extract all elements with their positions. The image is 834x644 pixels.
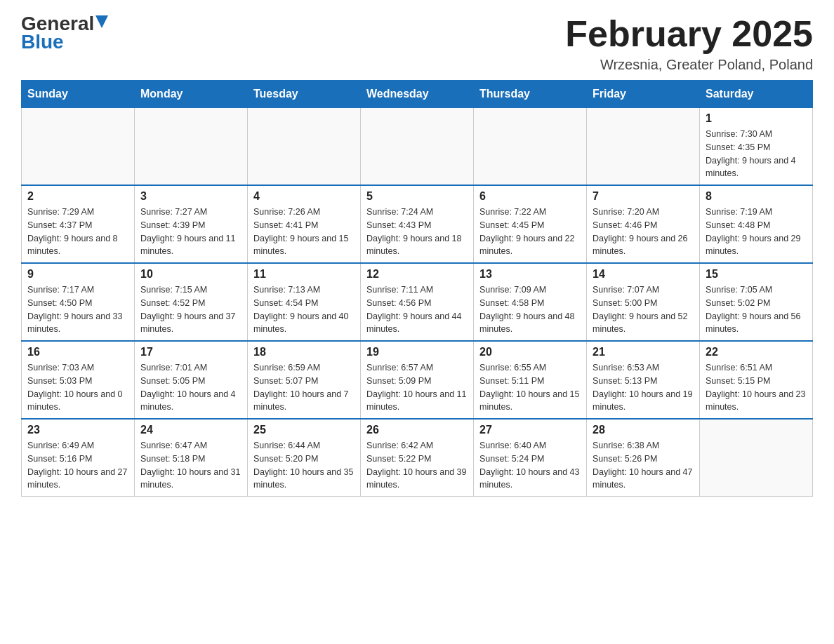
day-info: Sunrise: 7:19 AM Sunset: 4:48 PM Dayligh… — [706, 206, 807, 258]
calendar-cell: 21Sunrise: 6:53 AM Sunset: 5:13 PM Dayli… — [587, 341, 700, 419]
day-info: Sunrise: 7:17 AM Sunset: 4:50 PM Dayligh… — [27, 283, 128, 336]
day-number: 18 — [253, 346, 355, 358]
day-number: 22 — [706, 346, 807, 358]
calendar-cell: 3Sunrise: 7:27 AM Sunset: 4:39 PM Daylig… — [135, 185, 248, 263]
day-number: 23 — [27, 424, 128, 436]
col-saturday: Saturday — [700, 81, 813, 108]
day-info: Sunrise: 7:30 AM Sunset: 4:35 PM Dayligh… — [706, 128, 807, 180]
day-number: 14 — [593, 268, 694, 281]
calendar-cell: 5Sunrise: 7:24 AM Sunset: 4:43 PM Daylig… — [361, 185, 474, 263]
day-info: Sunrise: 7:24 AM Sunset: 4:43 PM Dayligh… — [366, 206, 468, 258]
day-number: 25 — [253, 424, 355, 436]
calendar-cell: 4Sunrise: 7:26 AM Sunset: 4:41 PM Daylig… — [248, 185, 361, 263]
day-info: Sunrise: 6:53 AM Sunset: 5:13 PM Dayligh… — [593, 361, 694, 414]
calendar-cell: 19Sunrise: 6:57 AM Sunset: 5:09 PM Dayli… — [361, 341, 474, 419]
calendar-cell: 23Sunrise: 6:49 AM Sunset: 5:16 PM Dayli… — [22, 419, 135, 497]
day-info: Sunrise: 6:49 AM Sunset: 5:16 PM Dayligh… — [27, 439, 128, 492]
day-info: Sunrise: 6:59 AM Sunset: 5:07 PM Dayligh… — [253, 361, 355, 414]
day-number: 5 — [366, 190, 468, 203]
day-info: Sunrise: 7:07 AM Sunset: 5:00 PM Dayligh… — [593, 283, 694, 336]
calendar-cell: 27Sunrise: 6:40 AM Sunset: 5:24 PM Dayli… — [474, 419, 587, 497]
calendar-cell: 14Sunrise: 7:07 AM Sunset: 5:00 PM Dayli… — [587, 263, 700, 341]
day-info: Sunrise: 6:42 AM Sunset: 5:22 PM Dayligh… — [366, 439, 468, 492]
calendar-cell: 11Sunrise: 7:13 AM Sunset: 4:54 PM Dayli… — [248, 263, 361, 341]
day-info: Sunrise: 6:40 AM Sunset: 5:24 PM Dayligh… — [479, 439, 581, 492]
day-info: Sunrise: 6:44 AM Sunset: 5:20 PM Dayligh… — [253, 439, 355, 492]
day-number: 4 — [253, 190, 355, 203]
calendar-cell — [248, 108, 361, 186]
day-number: 28 — [593, 424, 694, 436]
calendar-cell: 9Sunrise: 7:17 AM Sunset: 4:50 PM Daylig… — [22, 263, 135, 341]
day-info: Sunrise: 6:55 AM Sunset: 5:11 PM Dayligh… — [479, 361, 581, 414]
calendar-cell — [587, 108, 700, 186]
calendar-cell: 15Sunrise: 7:05 AM Sunset: 5:02 PM Dayli… — [700, 263, 813, 341]
day-number: 20 — [479, 346, 581, 358]
calendar-cell: 10Sunrise: 7:15 AM Sunset: 4:52 PM Dayli… — [135, 263, 248, 341]
day-number: 10 — [140, 268, 241, 281]
day-number: 13 — [479, 268, 581, 281]
logo-blue: Blue — [21, 31, 64, 53]
calendar-cell: 1Sunrise: 7:30 AM Sunset: 4:35 PM Daylig… — [700, 108, 813, 186]
day-number: 17 — [140, 346, 241, 358]
logo-arrow-icon — [95, 15, 108, 28]
calendar-week-row: 16Sunrise: 7:03 AM Sunset: 5:03 PM Dayli… — [22, 341, 813, 419]
calendar-cell: 20Sunrise: 6:55 AM Sunset: 5:11 PM Dayli… — [474, 341, 587, 419]
day-number: 6 — [479, 190, 581, 203]
calendar-cell: 12Sunrise: 7:11 AM Sunset: 4:56 PM Dayli… — [361, 263, 474, 341]
day-number: 3 — [140, 190, 241, 203]
day-number: 11 — [253, 268, 355, 281]
calendar-cell: 18Sunrise: 6:59 AM Sunset: 5:07 PM Dayli… — [248, 341, 361, 419]
day-info: Sunrise: 6:38 AM Sunset: 5:26 PM Dayligh… — [593, 439, 694, 492]
calendar-week-row: 23Sunrise: 6:49 AM Sunset: 5:16 PM Dayli… — [22, 419, 813, 497]
calendar-cell — [135, 108, 248, 186]
day-info: Sunrise: 7:26 AM Sunset: 4:41 PM Dayligh… — [253, 206, 355, 258]
calendar-header-row: Sunday Monday Tuesday Wednesday Thursday… — [22, 81, 813, 108]
calendar-cell: 2Sunrise: 7:29 AM Sunset: 4:37 PM Daylig… — [22, 185, 135, 263]
page-header: General Blue February 2025 Wrzesnia, Gre… — [21, 14, 813, 73]
calendar-cell: 25Sunrise: 6:44 AM Sunset: 5:20 PM Dayli… — [248, 419, 361, 497]
title-block: February 2025 Wrzesnia, Greater Poland, … — [565, 14, 813, 73]
day-info: Sunrise: 7:09 AM Sunset: 4:58 PM Dayligh… — [479, 283, 581, 336]
calendar-cell: 22Sunrise: 6:51 AM Sunset: 5:15 PM Dayli… — [700, 341, 813, 419]
day-number: 2 — [27, 190, 128, 203]
day-number: 19 — [366, 346, 468, 358]
day-info: Sunrise: 7:01 AM Sunset: 5:05 PM Dayligh… — [140, 361, 241, 414]
calendar-week-row: 9Sunrise: 7:17 AM Sunset: 4:50 PM Daylig… — [22, 263, 813, 341]
day-number: 8 — [706, 190, 807, 203]
day-number: 16 — [27, 346, 128, 358]
calendar-cell: 17Sunrise: 7:01 AM Sunset: 5:05 PM Dayli… — [135, 341, 248, 419]
day-info: Sunrise: 7:13 AM Sunset: 4:54 PM Dayligh… — [253, 283, 355, 336]
day-info: Sunrise: 7:27 AM Sunset: 4:39 PM Dayligh… — [140, 206, 241, 258]
col-friday: Friday — [587, 81, 700, 108]
day-number: 26 — [366, 424, 468, 436]
calendar-cell: 13Sunrise: 7:09 AM Sunset: 4:58 PM Dayli… — [474, 263, 587, 341]
location: Wrzesnia, Greater Poland, Poland — [565, 57, 813, 73]
day-number: 1 — [706, 112, 807, 125]
svg-marker-0 — [95, 15, 108, 28]
day-info: Sunrise: 7:03 AM Sunset: 5:03 PM Dayligh… — [27, 361, 128, 414]
day-info: Sunrise: 7:15 AM Sunset: 4:52 PM Dayligh… — [140, 283, 241, 336]
calendar-cell: 28Sunrise: 6:38 AM Sunset: 5:26 PM Dayli… — [587, 419, 700, 497]
calendar-cell: 8Sunrise: 7:19 AM Sunset: 4:48 PM Daylig… — [700, 185, 813, 263]
day-info: Sunrise: 6:57 AM Sunset: 5:09 PM Dayligh… — [366, 361, 468, 414]
col-monday: Monday — [135, 81, 248, 108]
col-wednesday: Wednesday — [361, 81, 474, 108]
calendar-cell: 7Sunrise: 7:20 AM Sunset: 4:46 PM Daylig… — [587, 185, 700, 263]
day-info: Sunrise: 6:51 AM Sunset: 5:15 PM Dayligh… — [706, 361, 807, 414]
calendar-table: Sunday Monday Tuesday Wednesday Thursday… — [21, 80, 813, 497]
month-title: February 2025 — [565, 14, 813, 54]
day-info: Sunrise: 7:22 AM Sunset: 4:45 PM Dayligh… — [479, 206, 581, 258]
calendar-cell: 24Sunrise: 6:47 AM Sunset: 5:18 PM Dayli… — [135, 419, 248, 497]
calendar-cell — [361, 108, 474, 186]
calendar-cell: 16Sunrise: 7:03 AM Sunset: 5:03 PM Dayli… — [22, 341, 135, 419]
calendar-cell: 6Sunrise: 7:22 AM Sunset: 4:45 PM Daylig… — [474, 185, 587, 263]
day-number: 21 — [593, 346, 694, 358]
calendar-cell — [474, 108, 587, 186]
col-tuesday: Tuesday — [248, 81, 361, 108]
day-info: Sunrise: 7:29 AM Sunset: 4:37 PM Dayligh… — [27, 206, 128, 258]
calendar-week-row: 2Sunrise: 7:29 AM Sunset: 4:37 PM Daylig… — [22, 185, 813, 263]
day-number: 15 — [706, 268, 807, 281]
col-thursday: Thursday — [474, 81, 587, 108]
day-number: 12 — [366, 268, 468, 281]
day-info: Sunrise: 7:05 AM Sunset: 5:02 PM Dayligh… — [706, 283, 807, 336]
